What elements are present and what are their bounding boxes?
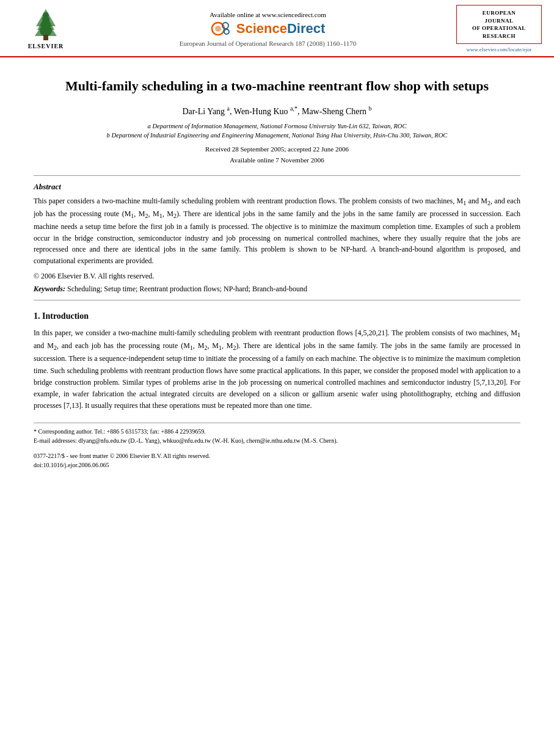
header-center: Available online at www.sciencedirect.co… [79,11,456,47]
intro-paragraph-1: In this paper, we consider a two-machine… [34,327,520,412]
authors: Dar-Li Yang a, Wen-Hung Kuo a,*, Maw-She… [34,105,520,117]
svg-marker-7 [35,19,57,36]
sciencedirect-icon [211,20,234,38]
header-left: ELSEVIER [12,8,79,49]
ejor-line2: JOURNAL [462,17,536,25]
ejor-title: EUROPEAN JOURNAL OF OPERATIONAL RESEARCH [462,9,536,40]
article-title: Multi-family scheduling in a two-machine… [34,77,520,95]
abstract-text: This paper considers a two-machine multi… [34,195,520,266]
footnote-corresponding-text: * Corresponding author. Tel.: +886 5 631… [34,427,520,436]
keywords: Keywords: Scheduling; Setup time; Reentr… [34,285,520,294]
affiliation-b: b Department of Industrial Engineering a… [34,131,520,140]
keywords-values: Scheduling; Setup time; Reentrant produc… [67,285,307,293]
ejor-box: EUROPEAN JOURNAL OF OPERATIONAL RESEARCH [456,5,542,44]
page: ELSEVIER Available online at www.science… [0,0,554,756]
main-content: Multi-family scheduling in a two-machine… [0,57,554,482]
elsevier-logo: ELSEVIER [12,8,79,49]
ejor-url: www.elsevier.com/locate/ejor [456,46,542,53]
issn-line2: doi:10.1016/j.ejor.2006.06.065 [34,460,520,470]
ejor-line3: OF OPERATIONAL [462,24,536,32]
abstract-label: Abstract [34,182,520,192]
divider-top [34,175,520,176]
elsevier-label: ELSEVIER [28,43,64,49]
sciencedirect-logo: ScienceDirect [79,20,456,38]
affiliations: a Department of Information Management, … [34,122,520,141]
header: ELSEVIER Available online at www.science… [0,0,554,57]
ejor-line1: EUROPEAN [462,9,536,17]
issn-line1: 0377-2217/$ - see front matter © 2006 El… [34,451,520,460]
journal-info-text: European Journal of Operational Research… [79,40,456,47]
elsevier-tree-icon [27,8,64,42]
keywords-label: Keywords: [34,285,65,293]
svg-rect-8 [43,35,48,40]
affiliation-a: a Department of Information Management, … [34,122,520,131]
received-date: Received 28 September 2005; accepted 22 … [34,144,520,155]
svg-point-10 [215,26,221,32]
available-online-text: Available online at www.sciencedirect.co… [79,11,456,18]
intro-heading: 1. Introduction [34,311,520,321]
header-right: EUROPEAN JOURNAL OF OPERATIONAL RESEARCH… [456,5,542,53]
sciencedirect-text: ScienceDirect [236,21,326,37]
footnote-section: * Corresponding author. Tel.: +886 5 631… [34,423,520,445]
footnote-corresponding: * Corresponding author. Tel.: +886 5 631… [34,427,520,445]
ejor-line4: RESEARCH [462,32,536,40]
divider-bottom [34,300,520,300]
svg-point-12 [224,29,229,34]
available-online-date: Available online 7 November 2006 [34,155,520,166]
copyright-text: © 2006 Elsevier B.V. All rights reserved… [34,272,520,281]
abstract-section: Abstract This paper considers a two-mach… [34,182,520,293]
introduction-section: 1. Introduction In this paper, we consid… [34,311,520,412]
footnote-email-text: E-mail addresses: dlyang@nfu.edu.tw (D.-… [34,436,520,445]
dates: Received 28 September 2005; accepted 22 … [34,144,520,165]
issn-section: 0377-2217/$ - see front matter © 2006 El… [34,451,520,470]
